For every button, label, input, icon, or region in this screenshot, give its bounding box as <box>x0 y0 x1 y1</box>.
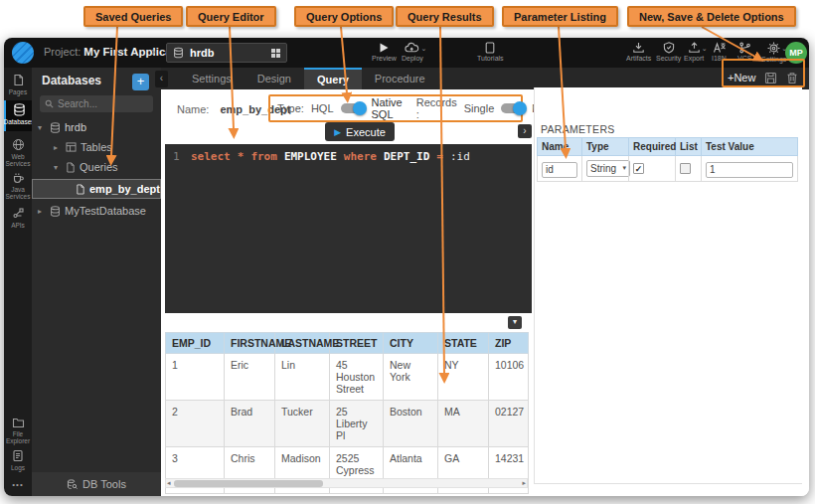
results-cell: 1 <box>166 354 225 401</box>
databases-panel-title: Databases <box>42 74 101 87</box>
rail-item-java-services[interactable]: Java Services <box>4 168 32 200</box>
rail-item-file-explorer[interactable]: File Explorer <box>4 414 32 444</box>
gear-icon <box>767 42 780 55</box>
caret-down-icon[interactable]: ▾ <box>38 123 46 132</box>
chevron-down-icon: ⌄ <box>421 45 427 53</box>
parameters-table: NameTypeRequiredListTest Value String ▾ … <box>537 137 798 182</box>
search-input[interactable] <box>58 98 143 109</box>
type-option-hql[interactable]: HQL <box>311 102 334 114</box>
delete-icon[interactable] <box>786 72 798 84</box>
save-icon[interactable] <box>764 72 777 84</box>
results-row: 2BradTucker25 Liberty PlBostonMA02127 <box>166 401 529 447</box>
tab-settings[interactable]: Settings <box>179 68 244 89</box>
scrollbar-thumb[interactable] <box>174 480 323 487</box>
new-query-button[interactable]: +New <box>728 72 755 84</box>
callout-query-results: Query Results <box>396 6 494 27</box>
tab-query[interactable]: Query <box>304 68 362 89</box>
params-column-header: Required <box>629 138 676 156</box>
param-type-select[interactable]: String ▾ <box>586 160 630 177</box>
rail-item-logs[interactable]: Logs <box>4 446 32 471</box>
execute-button[interactable]: ▶ Execute <box>325 122 395 141</box>
sql-token: EMPLOYEE <box>284 150 337 163</box>
rail-item-pages[interactable]: Pages <box>4 71 32 95</box>
sql-token: select <box>191 150 231 163</box>
security-button[interactable]: Security <box>656 42 681 62</box>
sql-editor[interactable]: 1 select*fromEMPLOYEEwhereDEPT_ID=:id <box>165 144 532 313</box>
results-column-header: LASTNAME <box>275 333 330 354</box>
more-dots-icon: ••• <box>12 480 23 489</box>
db-tools-button[interactable]: DB Tools <box>32 472 161 496</box>
caret-down-icon[interactable]: ▾ <box>54 163 62 172</box>
coffee-icon <box>12 171 25 184</box>
cloud-upload-icon <box>405 42 419 54</box>
workspace-tab-hrdb[interactable]: hrdb <box>166 43 287 63</box>
sql-token: * <box>238 150 244 163</box>
rail-item-more[interactable]: ••• <box>4 477 32 489</box>
results-cell: MA <box>438 401 489 447</box>
tree-item-tables[interactable]: ▸ Tables <box>32 137 161 157</box>
params-column-header: Type <box>582 138 629 156</box>
type-label: Type: <box>277 102 304 114</box>
add-database-button[interactable]: + <box>132 74 149 90</box>
callout-query-editor: Query Editor <box>186 6 276 27</box>
artifacts-button[interactable]: Artifacts <box>626 42 651 62</box>
tree-item-mytestdatabase[interactable]: ▸ MyTestDatabase <box>32 201 161 221</box>
workspace-tab-label: hrdb <box>190 47 265 59</box>
search-icon <box>45 99 54 108</box>
databases-panel: Databases + ▾ hrdb ▸ Tables ▾ Queries <box>32 68 161 496</box>
param-test-value-input[interactable] <box>706 162 793 178</box>
export-button[interactable]: ⌄ Export <box>684 42 704 62</box>
param-name-input[interactable] <box>542 162 577 178</box>
rail-item-apis[interactable]: APIs <box>4 204 32 229</box>
preview-button[interactable]: Preview <box>372 42 397 62</box>
results-cell: 02127 <box>489 401 529 447</box>
list-checkbox[interactable] <box>680 163 691 174</box>
upload-icon <box>688 42 701 54</box>
results-cell: 10106 <box>489 354 529 401</box>
database-search[interactable] <box>40 95 153 112</box>
grid-view-icon[interactable] <box>271 49 280 58</box>
tab-design[interactable]: Design <box>244 68 304 89</box>
query-actions: +New <box>728 68 798 87</box>
query-tabbar: Settings Design Query Procedure <box>161 68 809 89</box>
deploy-button[interactable]: ⌄ Deploy <box>402 42 423 62</box>
collapse-editor-button[interactable]: ▾ <box>508 316 522 329</box>
wavemaker-logo-icon <box>12 42 34 64</box>
required-checkbox[interactable]: ✓ <box>633 163 644 174</box>
params-column-header: Test Value <box>702 138 798 156</box>
caret-right-icon[interactable]: ▸ <box>54 143 62 152</box>
scroll-right-icon[interactable]: ▸ <box>522 478 526 488</box>
query-options-highlight-box: Type: HQL Native SQL Records : Single Pa… <box>268 94 523 122</box>
tutorials-button[interactable]: Tutorials <box>477 42 504 62</box>
scroll-left-icon[interactable]: ◂ <box>167 478 171 488</box>
rail-item-databases[interactable]: Databases <box>4 100 32 131</box>
results-column-header: EMP_ID <box>166 333 225 354</box>
sql-token: from <box>250 150 277 163</box>
tree-item-queries[interactable]: ▾ Queries <box>32 157 161 177</box>
results-cell: Boston <box>384 401 438 447</box>
horizontal-scrollbar[interactable]: ◂ ▸ <box>165 478 528 488</box>
breadcrumb-chevron-icon: › <box>151 44 155 59</box>
tree-item-hrdb[interactable]: ▾ hrdb <box>32 117 161 137</box>
callout-new-save-delete: New, Save & Delete Options <box>627 6 796 27</box>
caret-right-icon[interactable]: ▸ <box>38 207 46 216</box>
tab-procedure[interactable]: Procedure <box>362 68 438 89</box>
globe-icon <box>12 138 25 151</box>
type-option-native-sql[interactable]: Native SQL <box>372 96 403 120</box>
records-label: Records : <box>416 96 457 120</box>
api-nodes-icon <box>12 207 25 220</box>
logs-icon <box>12 449 24 462</box>
select-caret-icon: ▾ <box>622 164 626 172</box>
sql-token: where <box>344 150 377 163</box>
records-toggle[interactable] <box>501 103 525 113</box>
panel-collapse-button[interactable]: ‹ <box>155 71 168 87</box>
type-toggle[interactable] <box>341 103 365 113</box>
tree-item-emp-by-dept[interactable]: emp_by_dept <box>32 179 161 199</box>
rail-item-web-services[interactable]: Web Services <box>4 135 32 167</box>
app-window: Project: My First Application › hrdb Pre… <box>4 38 809 496</box>
records-option-single[interactable]: Single <box>464 102 495 114</box>
results-cell: 25 Liberty Pl <box>330 401 384 447</box>
translate-icon <box>713 42 726 54</box>
expand-params-button[interactable]: › <box>518 124 532 138</box>
results-row: 1EricLin45 Houston StreetNew YorkNY10106 <box>166 354 529 401</box>
